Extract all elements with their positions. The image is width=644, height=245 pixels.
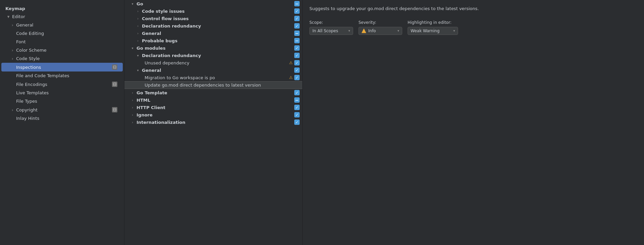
sidebar-item-editor[interactable]: ▾ Editor	[1, 12, 123, 21]
scope-group: Scope: In All Scopes ▾	[309, 20, 353, 35]
copyright-icon	[112, 107, 117, 112]
copyright-arrow: ›	[11, 108, 14, 111]
sidebar-item-file-types[interactable]: File Types	[1, 97, 123, 105]
html-toggle[interactable]: ›	[130, 97, 135, 103]
decl-redundancy-2-label: Declaration redundancy	[141, 53, 294, 58]
tree-row[interactable]: ▾ Go modules	[124, 44, 302, 52]
editor-collapse-arrow: ▾	[7, 15, 10, 18]
tree-row[interactable]: › Control flow issues	[124, 15, 302, 22]
http-client-checkbox[interactable]	[294, 105, 300, 110]
tree-row[interactable]: › General	[124, 30, 302, 37]
general-2-toggle[interactable]: ▾	[135, 67, 141, 73]
control-flow-toggle[interactable]: ›	[135, 16, 141, 21]
tree-row[interactable]: › HTTP Client	[124, 104, 302, 111]
sidebar-item-font[interactable]: Font	[1, 38, 123, 46]
tree-row[interactable]: › Code style issues	[124, 7, 302, 15]
decl-redundancy-toggle[interactable]: ›	[135, 23, 141, 29]
sidebar-general-label: General	[16, 22, 33, 28]
general-checkbox[interactable]	[294, 31, 300, 36]
sidebar-code-style-label: Code Style	[16, 56, 40, 61]
general-2-label: General	[141, 68, 294, 73]
internationalization-label: Internationalization	[135, 120, 294, 125]
html-label: HTML	[135, 98, 294, 103]
tree-row[interactable]: › HTML	[124, 96, 302, 104]
probable-bugs-toggle[interactable]: ›	[135, 38, 141, 43]
color-scheme-arrow: ›	[11, 49, 14, 52]
tree-row[interactable]: › Declaration redundancy	[124, 22, 302, 30]
sidebar-item-file-encodings[interactable]: File Encodings	[1, 80, 123, 89]
ignore-checkbox[interactable]	[294, 112, 300, 117]
tooltip-label: Update go.mod direct dependencies to lat…	[143, 83, 300, 88]
internationalization-checkbox[interactable]	[294, 119, 300, 125]
highlighting-dropdown[interactable]: Weak Warning ▾	[408, 27, 458, 35]
scope-dropdown[interactable]: In All Scopes ▾	[309, 27, 353, 35]
tree-row[interactable]: Unused dependency	[124, 59, 302, 66]
sidebar-item-live-templates[interactable]: Live Templates	[1, 89, 123, 97]
sidebar-item-file-code-templates[interactable]: File and Code Templates	[1, 71, 123, 80]
internationalization-toggle[interactable]: ›	[130, 119, 135, 125]
go-checkbox[interactable]	[294, 1, 300, 6]
content-area: ▾ Go › Code style issues › Control flow …	[124, 0, 644, 245]
sidebar-item-code-editing[interactable]: Code Editing	[1, 29, 123, 38]
tree-row[interactable]: › Probable bugs	[124, 37, 302, 44]
sidebar-item-color-scheme[interactable]: › Color Scheme	[1, 46, 123, 54]
sidebar-item-inlay-hints[interactable]: Inlay Hints	[1, 114, 123, 122]
warning-icon	[288, 60, 294, 65]
http-client-label: HTTP Client	[135, 105, 294, 110]
decl-redundancy-2-toggle[interactable]: ▾	[135, 53, 141, 58]
sidebar-copyright-label: Copyright	[16, 107, 38, 112]
probable-bugs-label: Probable bugs	[141, 38, 294, 43]
sidebar-file-code-templates-label: File and Code Templates	[16, 73, 69, 78]
migration-checkbox[interactable]	[294, 75, 300, 80]
tree-row[interactable]: ▾ General	[124, 66, 302, 74]
control-flow-checkbox[interactable]	[294, 16, 300, 21]
file-encodings-icon	[112, 82, 117, 87]
code-style-issues-checkbox[interactable]	[294, 8, 300, 14]
http-client-toggle[interactable]: ›	[130, 105, 135, 110]
sidebar-live-templates-label: Live Templates	[16, 90, 49, 95]
sidebar-item-copyright[interactable]: › Copyright	[1, 105, 123, 114]
severity-label: Severity:	[358, 20, 402, 25]
sidebar-color-scheme-label: Color Scheme	[16, 48, 46, 53]
sidebar-font-label: Font	[16, 39, 26, 44]
unused-dependency-checkbox[interactable]	[294, 60, 300, 65]
probable-bugs-checkbox[interactable]	[294, 38, 300, 43]
main-content: ▾ Go › Code style issues › Control flow …	[124, 0, 644, 245]
tree-row[interactable]: › Go Template	[124, 89, 302, 96]
general-2-checkbox[interactable]	[294, 67, 300, 73]
decl-redundancy-checkbox[interactable]	[294, 23, 300, 29]
go-template-checkbox[interactable]	[294, 90, 300, 95]
decl-redundancy-2-checkbox[interactable]	[294, 53, 300, 58]
html-checkbox[interactable]	[294, 97, 300, 103]
go-template-label: Go Template	[135, 90, 294, 95]
tree-row[interactable]: › Internationalization	[124, 118, 302, 126]
tree-row[interactable]: ▾ Declaration redundancy	[124, 52, 302, 59]
scope-dropdown-arrow: ▾	[348, 29, 350, 33]
severity-dropdown[interactable]: Info ▾	[358, 27, 402, 35]
severity-icon	[362, 29, 366, 33]
tree-row[interactable]: › Ignore	[124, 111, 302, 118]
sidebar-file-encodings-label: File Encodings	[16, 82, 47, 87]
go-modules-checkbox[interactable]	[294, 45, 300, 51]
severity-value: Info	[368, 29, 395, 33]
highlighting-label: Highlighting in editor:	[408, 20, 458, 25]
sidebar-item-general[interactable]: › General	[1, 21, 123, 29]
sidebar-item-code-style[interactable]: › Code Style	[1, 54, 123, 63]
severity-group: Severity: Info ▾	[358, 20, 402, 35]
go-modules-toggle[interactable]: ▾	[130, 45, 135, 51]
sidebar-item-inspections[interactable]: Inspections	[1, 63, 123, 71]
code-style-issues-label: Code style issues	[141, 9, 294, 14]
general-toggle[interactable]: ›	[135, 31, 141, 36]
go-modules-label: Go modules	[135, 46, 294, 51]
code-style-issues-toggle[interactable]: ›	[135, 8, 141, 14]
decl-redundancy-label: Declaration redundancy	[141, 23, 294, 29]
ignore-toggle[interactable]: ›	[130, 112, 135, 117]
sidebar-editor-label: Editor	[12, 14, 25, 19]
tree-row[interactable]: Migration to Go workspace is po	[124, 74, 302, 81]
scope-label: Scope:	[309, 20, 353, 25]
go-label: Go	[135, 1, 294, 6]
go-template-toggle[interactable]: ›	[130, 90, 135, 95]
tree-row[interactable]: ▾ Go	[124, 0, 302, 7]
sidebar-inspections-label: Inspections	[16, 65, 41, 70]
go-toggle[interactable]: ▾	[130, 1, 135, 6]
